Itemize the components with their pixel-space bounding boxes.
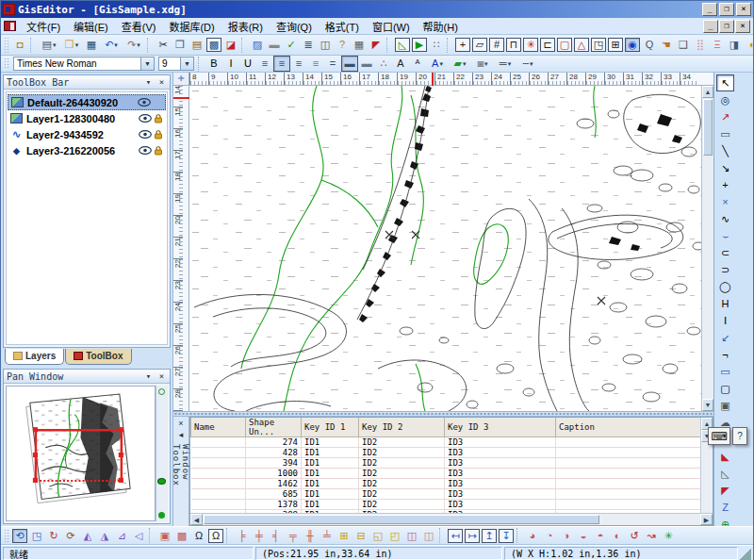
snap-pen-button[interactable]: ◺ [395, 38, 410, 52]
visibility-eye-icon[interactable] [139, 114, 152, 123]
child-restore-button[interactable]: ❐ [719, 20, 734, 33]
bold-button[interactable]: B [205, 56, 222, 72]
maximize-button[interactable]: ❐ [719, 3, 734, 16]
save-button[interactable]: ▦ [83, 37, 100, 53]
rotate-any-button[interactable]: ⟳ [62, 528, 79, 544]
help-button[interactable]: ? [334, 37, 351, 53]
strip-collapse-button[interactable]: ◂ [175, 430, 188, 441]
toolbar-grip[interactable] [4, 37, 8, 53]
separator[interactable] [439, 528, 445, 543]
subtract-button[interactable]: ◑ [558, 528, 575, 544]
canvas-vertical-scrollbar[interactable]: ▲ ▼ [701, 86, 713, 411]
copy-shape-button[interactable]: ◳ [591, 38, 606, 52]
align-left-objects-button[interactable]: ╞ [234, 528, 251, 544]
table-row[interactable]: 274 ID1 ID2 ID3 [191, 437, 701, 448]
polyline-tool[interactable]: ∿ [716, 210, 734, 227]
copy-button[interactable]: ❐ [172, 37, 188, 53]
font-color-button[interactable]: A [426, 56, 449, 72]
select-shape-button[interactable]: ❑ [675, 37, 692, 53]
underline-button[interactable]: U [239, 56, 256, 72]
separator[interactable] [447, 38, 452, 53]
flip-h-button[interactable]: ◭ [79, 528, 96, 544]
run-button[interactable]: ▶ [412, 38, 427, 52]
pan-sphere-button[interactable]: ◉ [625, 38, 640, 52]
undo-button[interactable]: ↶ [100, 37, 123, 53]
rotate-shape-button[interactable]: ◳ [28, 528, 45, 544]
table-row[interactable]: 394 ID1 ID2 ID3 [191, 458, 701, 469]
speaker-button[interactable]: ◖ [743, 37, 754, 53]
grow-font-button[interactable]: A [392, 56, 409, 72]
fill-color-button[interactable]: ◙ [471, 56, 494, 72]
align-left-button[interactable]: ≡ [256, 56, 273, 72]
paste-button[interactable]: ▤ [188, 37, 205, 53]
rect-select-tool[interactable]: ▭ [716, 125, 734, 142]
cross-tool[interactable]: + [716, 176, 734, 193]
column-header[interactable]: Name [191, 418, 246, 437]
xor-button[interactable]: ◒ [575, 528, 592, 544]
separator[interactable] [516, 528, 522, 543]
align-center-button[interactable]: ≡ [273, 56, 290, 72]
dock-tab[interactable]: Layers [5, 349, 64, 365]
panel-close-button[interactable]: × [156, 77, 167, 87]
column-header[interactable]: Key ID 3 [445, 418, 556, 437]
merge-button[interactable]: ◓ [592, 528, 609, 544]
matrix-button[interactable]: ⣿ [692, 37, 709, 53]
zoom-region-tool[interactable]: ◎ [716, 91, 734, 108]
attribute-table[interactable]: NameShape Un...Key ID 1Key ID 2Key ID 3C… [190, 418, 700, 513]
panel-collapse-button[interactable]: ▾ [143, 77, 154, 87]
draw-hatch-button[interactable]: # [489, 38, 504, 52]
separator[interactable] [226, 528, 232, 543]
nudge-left-button[interactable]: ↤ [448, 529, 463, 543]
validate-button[interactable]: ✓ [283, 37, 300, 53]
font-size-combobox[interactable]: 9 ▼ [158, 57, 194, 71]
scroll-left-button[interactable]: ◀ [190, 514, 203, 525]
scrollbar-thumb[interactable] [204, 515, 599, 524]
circle-cross-tool[interactable]: ⊕ [716, 516, 734, 526]
separator[interactable] [241, 38, 247, 53]
ruler-corner-button[interactable]: ✛ [173, 73, 189, 85]
nudge-down-button[interactable]: ↧ [499, 529, 514, 543]
line-tool[interactable]: ╲ [716, 142, 734, 159]
help-popup-button[interactable]: ? [732, 427, 747, 445]
line-style-button[interactable]: ═ [494, 56, 516, 72]
rotate-point-button[interactable]: ↻ [45, 528, 62, 544]
nudge-up-button[interactable]: ↥ [482, 529, 497, 543]
speech-bubble2-tool[interactable]: ▣ [716, 397, 734, 414]
lock-button[interactable]: Ω [190, 528, 207, 544]
speech-bubble-tool[interactable]: ▢ [716, 380, 734, 397]
separator[interactable] [147, 38, 153, 53]
curve-c-tool[interactable]: ⊂ [716, 244, 734, 261]
point-pick-tool[interactable]: ↗ [716, 108, 734, 125]
scroll-up-button[interactable]: ▲ [702, 86, 713, 98]
zigzag-tool[interactable]: Z [716, 499, 734, 516]
menu-item[interactable]: 报表(R) [221, 17, 270, 36]
keyboard-popup-button[interactable]: ⌨ [708, 427, 730, 445]
column-header[interactable]: Shape Un... [246, 418, 302, 437]
menu-item[interactable]: 格式(T) [319, 17, 366, 36]
scroll-down-button[interactable]: ▼ [702, 399, 713, 411]
column-header[interactable]: Key ID 1 [302, 418, 359, 437]
dimension-tool[interactable]: H [716, 295, 734, 312]
strip-close-button[interactable]: × [175, 419, 188, 430]
child-close-button[interactable]: × [735, 20, 750, 33]
visibility-eye-icon[interactable] [138, 98, 151, 107]
pan-overview-map[interactable] [6, 386, 156, 521]
bring-front-button[interactable]: ◱ [369, 528, 386, 544]
ruler-button[interactable]: ▬ [266, 37, 283, 53]
align-bottom-button[interactable]: ▬ [358, 56, 375, 72]
table-row[interactable]: 1378 ID1 ID2 ID3 [191, 500, 701, 510]
poly-red-tool[interactable]: ◤ [716, 482, 734, 499]
properties-button[interactable]: ◨ [726, 37, 743, 53]
union-button[interactable]: ◕ [524, 528, 541, 544]
lock-icon[interactable] [154, 146, 163, 156]
menu-item[interactable]: 帮助(H) [417, 17, 465, 36]
paste-special-button[interactable]: ▩ [206, 38, 221, 52]
cut-button[interactable]: ✂ [155, 37, 172, 53]
print-preview-button[interactable]: ◫ [317, 37, 334, 53]
open-rect-button[interactable]: ⊏ [540, 38, 555, 52]
print-button[interactable]: ≣ [300, 37, 317, 53]
align-center-h-button[interactable]: ╪ [251, 528, 268, 544]
visibility-eye-icon[interactable] [139, 146, 152, 155]
open-button[interactable]: ❒ [60, 37, 83, 53]
menu-item[interactable]: 查询(Q) [270, 17, 319, 36]
